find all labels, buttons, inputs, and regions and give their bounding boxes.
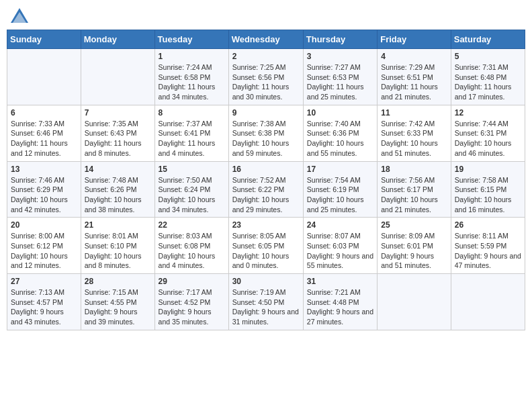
day-detail: Sunrise: 7:54 AMSunset: 6:19 PMDaylight:…	[307, 175, 373, 215]
calendar-cell	[81, 49, 154, 105]
calendar-cell: 5Sunrise: 7:31 AMSunset: 6:48 PMDaylight…	[451, 49, 525, 105]
day-number: 16	[232, 165, 300, 174]
calendar-body: 1Sunrise: 7:24 AMSunset: 6:58 PMDaylight…	[7, 49, 525, 330]
day-detail: Sunrise: 7:52 AMSunset: 6:22 PMDaylight:…	[232, 175, 300, 215]
day-number: 11	[381, 108, 447, 118]
day-detail: Sunrise: 7:44 AMSunset: 6:31 PMDaylight:…	[455, 119, 521, 158]
calendar-cell: 6Sunrise: 7:33 AMSunset: 6:46 PMDaylight…	[7, 105, 81, 161]
day-number: 30	[232, 277, 300, 286]
calendar-cell: 22Sunrise: 8:03 AMSunset: 6:08 PMDayligh…	[154, 218, 228, 274]
day-detail: Sunrise: 7:46 AMSunset: 6:29 PMDaylight:…	[11, 175, 77, 215]
calendar-week-row: 27Sunrise: 7:13 AMSunset: 4:57 PMDayligh…	[7, 274, 525, 330]
day-detail: Sunrise: 7:56 AMSunset: 6:17 PMDaylight:…	[381, 175, 447, 215]
calendar-week-row: 13Sunrise: 7:46 AMSunset: 6:29 PMDayligh…	[7, 161, 525, 218]
calendar-cell: 17Sunrise: 7:54 AMSunset: 6:19 PMDayligh…	[303, 161, 377, 218]
day-number: 1	[159, 52, 225, 61]
day-number: 14	[85, 165, 151, 174]
day-detail: Sunrise: 7:15 AMSunset: 4:55 PMDaylight:…	[85, 287, 151, 327]
day-detail: Sunrise: 7:29 AMSunset: 6:51 PMDaylight:…	[381, 62, 447, 102]
day-header-sunday: Sunday	[7, 30, 81, 49]
day-number: 24	[307, 220, 373, 230]
day-detail: Sunrise: 7:13 AMSunset: 4:57 PMDaylight:…	[11, 287, 77, 327]
calendar-cell: 2Sunrise: 7:25 AMSunset: 6:56 PMDaylight…	[228, 49, 303, 105]
day-number: 23	[232, 220, 300, 230]
day-detail: Sunrise: 7:35 AMSunset: 6:43 PMDaylight:…	[85, 119, 151, 158]
day-header-tuesday: Tuesday	[154, 30, 228, 49]
day-header-monday: Monday	[81, 30, 154, 49]
calendar-cell: 7Sunrise: 7:35 AMSunset: 6:43 PMDaylight…	[81, 105, 154, 161]
calendar-cell: 20Sunrise: 8:00 AMSunset: 6:12 PMDayligh…	[7, 218, 81, 274]
day-number: 29	[159, 277, 225, 286]
day-number: 26	[455, 220, 521, 230]
day-detail: Sunrise: 8:11 AMSunset: 5:59 PMDaylight:…	[455, 231, 521, 271]
calendar-cell: 23Sunrise: 8:05 AMSunset: 6:05 PMDayligh…	[228, 218, 303, 274]
calendar-cell: 25Sunrise: 8:09 AMSunset: 6:01 PMDayligh…	[378, 218, 451, 274]
page-header	[7, 7, 525, 24]
calendar-cell: 19Sunrise: 7:58 AMSunset: 6:15 PMDayligh…	[451, 161, 525, 218]
calendar-cell: 18Sunrise: 7:56 AMSunset: 6:17 PMDayligh…	[378, 161, 451, 218]
day-detail: Sunrise: 7:37 AMSunset: 6:41 PMDaylight:…	[159, 119, 225, 158]
calendar-cell	[7, 49, 81, 105]
day-detail: Sunrise: 8:09 AMSunset: 6:01 PMDaylight:…	[381, 231, 447, 271]
day-detail: Sunrise: 8:01 AMSunset: 6:10 PMDaylight:…	[85, 231, 151, 271]
day-number: 25	[381, 220, 447, 230]
calendar-cell: 28Sunrise: 7:15 AMSunset: 4:55 PMDayligh…	[81, 274, 154, 330]
day-detail: Sunrise: 7:42 AMSunset: 6:33 PMDaylight:…	[381, 119, 447, 158]
calendar-cell: 10Sunrise: 7:40 AMSunset: 6:36 PMDayligh…	[303, 105, 377, 161]
calendar-cell: 3Sunrise: 7:27 AMSunset: 6:53 PMDaylight…	[303, 49, 377, 105]
calendar-cell: 31Sunrise: 7:21 AMSunset: 4:48 PMDayligh…	[303, 274, 377, 330]
day-number: 12	[455, 108, 521, 118]
day-detail: Sunrise: 7:27 AMSunset: 6:53 PMDaylight:…	[307, 62, 373, 102]
calendar-cell: 29Sunrise: 7:17 AMSunset: 4:52 PMDayligh…	[154, 274, 228, 330]
calendar-week-row: 20Sunrise: 8:00 AMSunset: 6:12 PMDayligh…	[7, 218, 525, 274]
calendar-header-row: SundayMondayTuesdayWednesdayThursdayFrid…	[7, 30, 525, 49]
day-detail: Sunrise: 7:19 AMSunset: 4:50 PMDaylight:…	[232, 287, 300, 327]
logo	[9, 7, 32, 24]
day-detail: Sunrise: 7:40 AMSunset: 6:36 PMDaylight:…	[307, 119, 373, 158]
calendar-cell	[451, 274, 525, 330]
calendar-cell: 12Sunrise: 7:44 AMSunset: 6:31 PMDayligh…	[451, 105, 525, 161]
day-detail: Sunrise: 8:03 AMSunset: 6:08 PMDaylight:…	[159, 231, 225, 271]
day-detail: Sunrise: 7:25 AMSunset: 6:56 PMDaylight:…	[232, 62, 300, 102]
calendar-table: SundayMondayTuesdayWednesdayThursdayFrid…	[7, 30, 525, 330]
calendar-week-row: 6Sunrise: 7:33 AMSunset: 6:46 PMDaylight…	[7, 105, 525, 161]
calendar-week-row: 1Sunrise: 7:24 AMSunset: 6:58 PMDaylight…	[7, 49, 525, 105]
day-number: 2	[232, 52, 300, 61]
day-number: 21	[85, 220, 151, 230]
day-number: 3	[307, 52, 373, 61]
day-detail: Sunrise: 7:50 AMSunset: 6:24 PMDaylight:…	[159, 175, 225, 215]
calendar-cell: 27Sunrise: 7:13 AMSunset: 4:57 PMDayligh…	[7, 274, 81, 330]
calendar-cell: 11Sunrise: 7:42 AMSunset: 6:33 PMDayligh…	[378, 105, 451, 161]
day-number: 22	[159, 220, 225, 230]
calendar-cell: 4Sunrise: 7:29 AMSunset: 6:51 PMDaylight…	[378, 49, 451, 105]
calendar-cell: 30Sunrise: 7:19 AMSunset: 4:50 PMDayligh…	[228, 274, 303, 330]
calendar-cell: 15Sunrise: 7:50 AMSunset: 6:24 PMDayligh…	[154, 161, 228, 218]
day-detail: Sunrise: 8:00 AMSunset: 6:12 PMDaylight:…	[11, 231, 77, 271]
calendar-cell: 21Sunrise: 8:01 AMSunset: 6:10 PMDayligh…	[81, 218, 154, 274]
day-detail: Sunrise: 8:05 AMSunset: 6:05 PMDaylight:…	[232, 231, 300, 271]
calendar-cell: 13Sunrise: 7:46 AMSunset: 6:29 PMDayligh…	[7, 161, 81, 218]
day-header-thursday: Thursday	[303, 30, 377, 49]
day-number: 18	[381, 165, 447, 174]
day-detail: Sunrise: 7:17 AMSunset: 4:52 PMDaylight:…	[159, 287, 225, 327]
day-header-saturday: Saturday	[451, 30, 525, 49]
calendar-cell: 16Sunrise: 7:52 AMSunset: 6:22 PMDayligh…	[228, 161, 303, 218]
calendar-cell: 1Sunrise: 7:24 AMSunset: 6:58 PMDaylight…	[154, 49, 228, 105]
day-number: 28	[85, 277, 151, 286]
day-header-wednesday: Wednesday	[228, 30, 303, 49]
day-number: 9	[232, 108, 300, 118]
day-detail: Sunrise: 7:48 AMSunset: 6:26 PMDaylight:…	[85, 175, 151, 215]
day-number: 8	[159, 108, 225, 118]
day-detail: Sunrise: 8:07 AMSunset: 6:03 PMDaylight:…	[307, 231, 373, 271]
day-detail: Sunrise: 7:31 AMSunset: 6:48 PMDaylight:…	[455, 62, 521, 102]
day-number: 17	[307, 165, 373, 174]
calendar-cell: 26Sunrise: 8:11 AMSunset: 5:59 PMDayligh…	[451, 218, 525, 274]
logo-icon	[9, 7, 30, 24]
day-number: 4	[381, 52, 447, 61]
day-number: 13	[11, 165, 77, 174]
day-number: 27	[11, 277, 77, 286]
day-number: 6	[11, 108, 77, 118]
day-detail: Sunrise: 7:21 AMSunset: 4:48 PMDaylight:…	[307, 287, 373, 327]
day-number: 15	[159, 165, 225, 174]
calendar-cell: 24Sunrise: 8:07 AMSunset: 6:03 PMDayligh…	[303, 218, 377, 274]
